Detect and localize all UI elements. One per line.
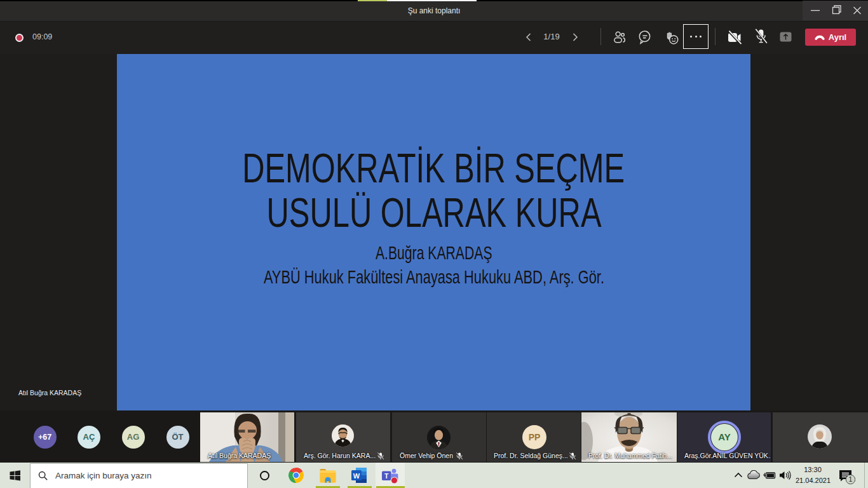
svg-text:W: W: [353, 472, 360, 480]
svg-text:T: T: [384, 472, 389, 480]
svg-text:1: 1: [849, 475, 853, 483]
